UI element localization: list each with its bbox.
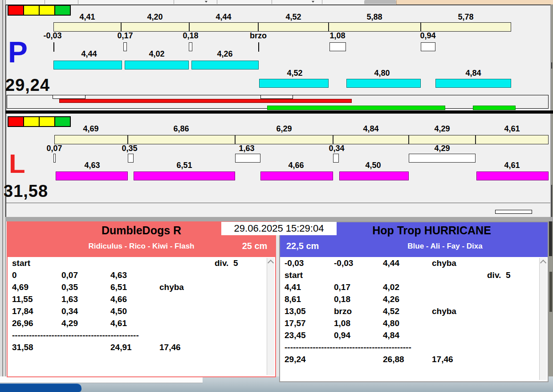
table-cell: 4,69 — [12, 282, 28, 292]
split-time-label: 4,84 — [351, 125, 391, 133]
run-bar — [191, 61, 259, 69]
table-cell: 0,35 — [61, 282, 78, 292]
red-progress-bar — [59, 99, 352, 103]
scrollbar-left[interactable] — [267, 258, 274, 375]
green-progress-bar — [267, 106, 445, 110]
split-time-label: 6,86 — [161, 125, 201, 133]
table-cell: -0,03 — [334, 258, 353, 268]
split-bar-segment — [421, 22, 511, 32]
change-time-label: 0,18 — [171, 32, 211, 40]
change-box — [329, 42, 346, 51]
run-bar — [125, 61, 189, 69]
scroll-up-icon[interactable] — [268, 260, 274, 266]
panel-remnant — [0, 376, 203, 383]
green-progress-bar — [473, 106, 516, 110]
run-bar — [260, 172, 333, 180]
split-bar-segment — [54, 135, 128, 144]
results-table-left: startdiv. 500,074,634,690,356,51chyba11,… — [9, 258, 265, 376]
run-bar — [53, 61, 122, 69]
run-bar — [259, 79, 329, 88]
split-bar-segment — [409, 135, 476, 144]
lane-divider — [5, 110, 553, 114]
change-time-label: 0,35 — [110, 144, 150, 152]
change-time-label: -0,03 — [33, 32, 73, 40]
run-time-label: 4,44 — [69, 50, 109, 58]
table-cell: 0,18 — [334, 294, 350, 304]
split-time-label: 4,52 — [273, 13, 313, 21]
status-square — [40, 6, 54, 15]
run-time-label: 6,51 — [164, 161, 204, 169]
run-bar — [435, 79, 511, 88]
table-cell: 0,94 — [334, 331, 350, 340]
change-box — [409, 154, 476, 163]
run-bar — [346, 79, 421, 88]
table-cell: 4,61 — [110, 318, 127, 328]
split-bar-segment — [235, 135, 333, 144]
status-square — [40, 117, 54, 126]
status-square — [8, 117, 23, 126]
team-panel-right: Hop Trop HURRICANE Blue - Ali - Fay - Di… — [279, 221, 549, 382]
change-tick — [258, 42, 259, 52]
run-time-label: 4,52 — [275, 69, 315, 77]
table-cell: -0,03 — [285, 258, 304, 268]
change-tick — [53, 42, 54, 52]
split-bar-segment — [258, 22, 329, 32]
status-square — [8, 6, 23, 15]
table-cell: 31,58 — [12, 343, 33, 352]
scroll-up-icon[interactable] — [540, 260, 546, 266]
run-time-label: 4,02 — [137, 50, 177, 58]
split-bar-segment — [53, 22, 121, 32]
lane-p-status-squares — [8, 5, 71, 16]
change-box — [235, 154, 260, 163]
taskbar-fragment — [0, 384, 81, 392]
table-cell: 0,17 — [334, 282, 350, 292]
lane-p-total-time: 29,24 — [5, 77, 50, 94]
run-bar — [339, 172, 409, 180]
table-cell: 4,02 — [383, 282, 399, 292]
table-cell: 4,29 — [61, 318, 78, 328]
status-square — [55, 117, 70, 126]
change-box — [189, 42, 192, 51]
table-cell: 4,26 — [383, 294, 399, 304]
status-square — [24, 6, 39, 15]
jump-height-right: 22,5 cm — [286, 241, 335, 251]
table-cell: 17,57 — [285, 318, 306, 328]
change-box — [53, 154, 56, 163]
table-cell: 17,84 — [12, 306, 33, 316]
table-cell: 13,05 — [285, 306, 306, 316]
table-cell: 4,41 — [285, 282, 301, 292]
table-cell: 26,88 — [383, 355, 404, 364]
table-cell: 4,44 — [383, 258, 399, 268]
split-time-label: 4,61 — [492, 125, 532, 133]
split-time-label: 6,29 — [264, 125, 304, 133]
split-bar-segment — [128, 135, 235, 144]
change-box — [333, 154, 339, 163]
change-time-label: 0,34 — [317, 144, 357, 152]
table-cell: 29,24 — [285, 355, 306, 364]
table-cell: chyba — [432, 258, 456, 268]
change-time-label: 0,07 — [34, 144, 74, 152]
table-cell: start — [285, 270, 303, 280]
change-time-label: 0,94 — [408, 32, 448, 40]
separator-dashes: ----------------------------------------… — [285, 343, 411, 352]
split-bar-segment — [333, 135, 409, 144]
change-time-label: 1,63 — [227, 144, 267, 152]
change-box — [128, 154, 134, 163]
run-time-label: 4,50 — [353, 161, 393, 169]
run-time-label: 4,80 — [362, 69, 402, 77]
table-cell: start — [12, 258, 30, 268]
change-box — [123, 42, 127, 51]
marker-box — [495, 210, 532, 214]
division-label: div. 5 — [215, 258, 238, 268]
table-cell: chyba — [432, 306, 456, 316]
table-cell: 11,55 — [12, 294, 33, 304]
status-square — [24, 117, 39, 126]
table-cell: 0,34 — [61, 306, 78, 316]
run-bar — [476, 172, 549, 180]
table-cell: brzo — [334, 306, 352, 316]
section-separator — [5, 217, 553, 221]
split-bar-segment — [476, 135, 549, 144]
table-cell: 8,61 — [285, 294, 301, 304]
split-bar-segment — [329, 22, 421, 32]
scrollbar-right[interactable] — [539, 258, 547, 380]
